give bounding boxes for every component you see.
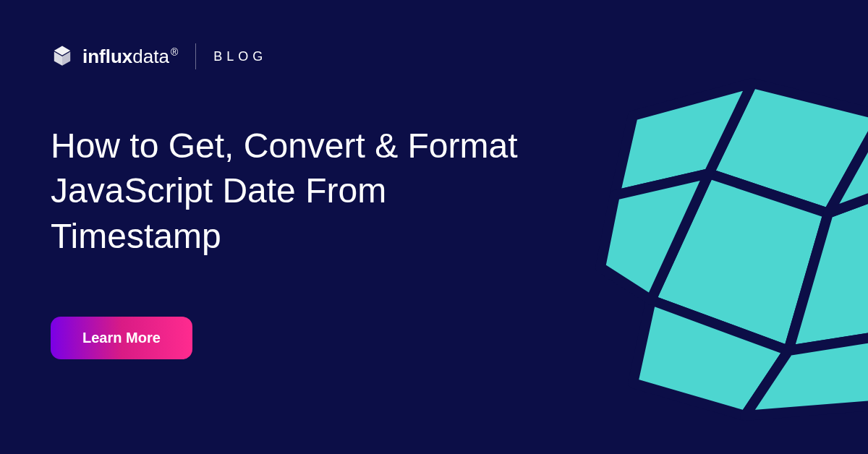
learn-more-button[interactable]: Learn More [51,317,192,359]
polyhedron-icon [564,61,868,423]
influxdata-logo-icon [51,45,74,68]
brand-name: influxdata® [82,46,178,68]
section-label: BLOG [213,49,267,64]
header-divider [195,43,196,69]
page-title: How to Get, Convert & Format JavaScript … [51,124,542,259]
brand-logo: influxdata® [51,45,178,68]
